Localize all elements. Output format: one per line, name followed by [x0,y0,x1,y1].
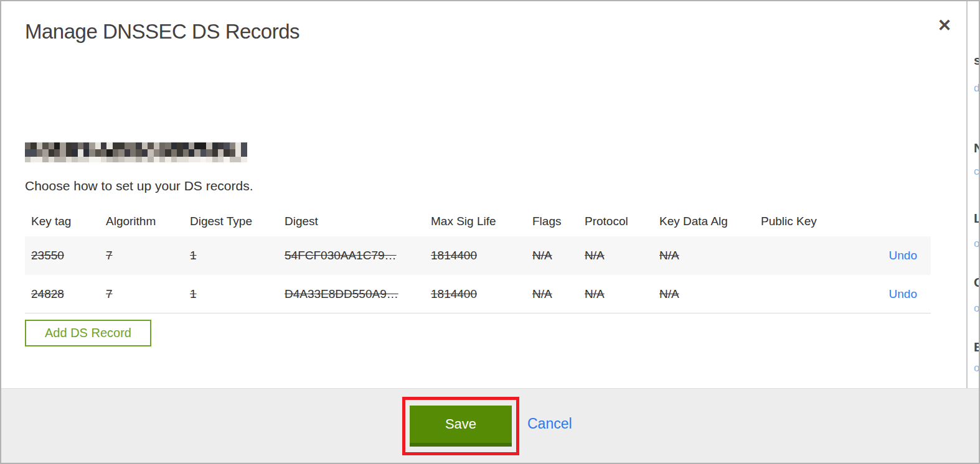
redaction-pixel [177,142,182,149]
redaction-pixel [224,142,229,149]
undo-link[interactable]: Undo [889,249,917,262]
redaction-pixel [31,157,36,162]
cell-key-data-alg: N/A [653,249,755,262]
cell-algorithm: 7 [100,287,184,301]
redaction-pixel [101,157,106,162]
page-edge-divider [966,1,968,388]
cell-protocol: N/A [578,249,653,262]
cell-key-tag: 24828 [25,287,100,301]
cell-key-data-alg: N/A [653,287,755,301]
page-title: Manage DNSSEC DS Records [25,20,299,44]
redaction-pixel [206,157,212,162]
redaction-pixel [60,157,65,162]
redaction-pixel [113,157,118,162]
redaction-pixel [218,157,224,162]
redaction-pixel [171,157,177,162]
redaction-pixel [224,157,229,162]
redaction-pixel [106,157,112,162]
redaction-pixel [31,149,36,157]
redaction-pixel [241,142,247,149]
redaction-pixel [154,149,159,157]
add-ds-record-button[interactable]: Add DS Record [25,320,151,346]
redaction-pixel [25,142,31,149]
redaction-pixel [72,149,77,157]
redaction-pixel [154,157,159,162]
clipped-text-fragment: C [974,275,980,290]
redaction-pixel [66,149,72,157]
dnssec-modal-screenshot: Manage DNSSEC DS Records ✕ Choose how to… [0,0,980,464]
cell-max-sig-life: 1814400 [425,287,526,301]
redaction-pixel [212,157,218,162]
redaction-pixel [206,149,212,157]
col-header-algorithm: Algorithm [100,215,184,228]
redaction-pixel [78,142,83,149]
redaction-pixel [83,157,89,162]
col-header-public-key: Public Key [755,215,867,228]
col-header-digest: Digest [278,215,425,228]
redaction-pixel [189,142,194,149]
redaction-pixel [78,149,83,157]
redaction-pixel [189,157,194,162]
redaction-pixel [241,157,247,162]
redaction-pixel [235,142,241,149]
redaction-pixel [42,142,48,149]
redaction-pixel [37,149,42,157]
col-header-protocol: Protocol [578,215,653,228]
redaction-pixel [142,142,148,149]
cancel-link[interactable]: Cancel [527,415,572,432]
redaction-pixel [89,157,95,162]
redaction-pixel [113,149,118,157]
redaction-pixel [177,149,182,157]
redaction-pixel [130,142,136,149]
redaction-pixel [49,142,54,149]
redaction-pixel [49,149,54,157]
redaction-pixel [25,157,31,162]
redaction-pixel [113,142,118,149]
redaction-pixel [136,149,141,157]
redaction-pixel [235,157,241,162]
ds-records-table: Key tag Algorithm Digest Type Digest Max… [25,206,931,313]
save-button[interactable]: Save [410,406,512,447]
col-header-digest-type: Digest Type [184,215,278,228]
cell-flags: N/A [526,287,578,301]
redaction-pixel [60,142,65,149]
table-row: 24828 7 1 D4A33E8DD550A9… 1814400 N/A N/… [25,275,931,313]
instruction-text: Choose how to set up your DS records. [25,179,253,193]
redaction-pixel [212,142,218,149]
redaction-pixel [194,149,200,157]
redaction-pixel [89,142,95,149]
redaction-pixel [189,149,194,157]
redaction-pixel [66,142,72,149]
redaction-pixel [60,149,65,157]
clipped-text-fragment: c [974,165,979,178]
redaction-pixel [224,149,229,157]
redaction-pixel [230,142,235,149]
redaction-pixel [171,149,177,157]
redaction-pixel [148,157,153,162]
redaction-pixel [142,157,148,162]
col-header-key-tag: Key tag [25,215,100,228]
clipped-text-fragment: o [974,302,979,315]
col-header-max-sig-life: Max Sig Life [425,215,526,228]
redaction-pixel [200,142,206,149]
redaction-pixel [165,149,171,157]
undo-link[interactable]: Undo [889,287,917,300]
redaction-pixel [200,157,206,162]
cell-digest-type: 1 [184,287,278,301]
redaction-pixel [125,149,130,157]
redaction-pixel [194,157,200,162]
cell-digest-type: 1 [184,249,278,262]
redaction-pixel [95,142,101,149]
redaction-pixel [89,149,95,157]
redaction-pixel [95,157,101,162]
redaction-pixel [125,157,130,162]
redaction-pixel [125,142,130,149]
cell-max-sig-life: 1814400 [425,249,526,262]
redaction-pixel [194,142,200,149]
redaction-pixel [212,149,218,157]
clipped-text-fragment: N [974,141,980,155]
redaction-pixel [25,149,31,157]
redaction-pixel [183,142,189,149]
redaction-pixel [142,149,148,157]
close-icon[interactable]: ✕ [934,15,955,36]
